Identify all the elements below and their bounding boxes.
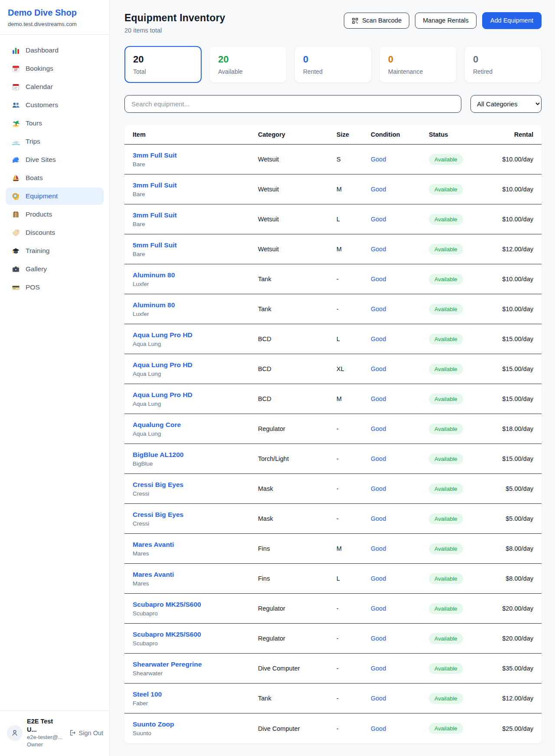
item-name-link[interactable]: Cressi Big Eyes: [133, 511, 258, 519]
table-row[interactable]: Cressi Big EyesCressiMask-GoodAvailable$…: [124, 504, 542, 534]
condition-link[interactable]: Good: [371, 725, 429, 732]
table-row[interactable]: Shearwater PeregrineShearwaterDive Compu…: [124, 654, 542, 684]
sidebar-item-calendar[interactable]: Calendar: [6, 78, 104, 95]
item-name-link[interactable]: Shearwater Peregrine: [133, 661, 258, 668]
condition-link[interactable]: Good: [371, 156, 429, 163]
item-name-link[interactable]: Aqualung Core: [133, 421, 258, 429]
table-row[interactable]: Aqua Lung Pro HDAqua LungBCDXLGoodAvaila…: [124, 354, 542, 384]
calendar-icon: [11, 82, 20, 91]
stat-card-available[interactable]: 20Available: [209, 46, 287, 83]
condition-link[interactable]: Good: [371, 485, 429, 492]
table-row[interactable]: BigBlue AL1200BigBlueTorch/Light-GoodAva…: [124, 444, 542, 474]
scan-barcode-button[interactable]: Scan Barcode: [344, 13, 409, 29]
stats-row: 20Total20Available0Rented0Maintenance0Re…: [124, 46, 542, 83]
condition-link[interactable]: Good: [371, 635, 429, 642]
condition-link[interactable]: Good: [371, 455, 429, 462]
add-equipment-button[interactable]: Add Equipment: [482, 12, 542, 29]
condition-link[interactable]: Good: [371, 365, 429, 372]
item-name-link[interactable]: 3mm Full Suit: [133, 181, 258, 189]
item-name-link[interactable]: Scubapro MK25/S600: [133, 601, 258, 608]
sidebar-item-gallery[interactable]: Gallery: [6, 260, 104, 278]
table-row[interactable]: 3mm Full SuitBareWetsuitLGoodAvailable$1…: [124, 204, 542, 234]
condition-link[interactable]: Good: [371, 515, 429, 522]
table-row[interactable]: Aqualung CoreAqua LungRegulator-GoodAvai…: [124, 414, 542, 444]
category-select[interactable]: All Categories: [470, 95, 542, 113]
table-row[interactable]: Cressi Big EyesCressiMask-GoodAvailable$…: [124, 474, 542, 504]
condition-link[interactable]: Good: [371, 186, 429, 193]
condition-link[interactable]: Good: [371, 395, 429, 402]
item-name-link[interactable]: Cressi Big Eyes: [133, 481, 258, 489]
condition-link[interactable]: Good: [371, 695, 429, 702]
rental-cell: $5.00/day: [478, 485, 533, 492]
sign-out-button[interactable]: Sign Out: [69, 729, 103, 736]
item-name-link[interactable]: Aqua Lung Pro HD: [133, 361, 258, 369]
item-brand: Aqua Lung: [133, 371, 258, 377]
sidebar-item-tours[interactable]: Tours: [6, 115, 104, 132]
condition-link[interactable]: Good: [371, 605, 429, 612]
condition-link[interactable]: Good: [371, 246, 429, 253]
table-row[interactable]: Scubapro MK25/S600ScubaproRegulator-Good…: [124, 594, 542, 624]
item-name-link[interactable]: Aqua Lung Pro HD: [133, 331, 258, 339]
sidebar-item-dive-sites[interactable]: Dive Sites: [6, 151, 104, 168]
stat-card-total[interactable]: 20Total: [124, 46, 202, 83]
sidebar-item-trips[interactable]: Trips: [6, 133, 104, 150]
item-name-link[interactable]: Scubapro MK25/S600: [133, 631, 258, 638]
table-row[interactable]: Steel 100FaberTank-GoodAvailable$12.00/d…: [124, 684, 542, 713]
table-row[interactable]: Scubapro MK25/S600ScubaproRegulator-Good…: [124, 624, 542, 654]
table-row[interactable]: Aluminum 80LuxferTank-GoodAvailable$10.0…: [124, 264, 542, 294]
condition-link[interactable]: Good: [371, 665, 429, 672]
header-actions: Scan Barcode Manage Rentals Add Equipmen…: [344, 12, 542, 29]
table-row[interactable]: Aqua Lung Pro HDAqua LungBCDMGoodAvailab…: [124, 384, 542, 414]
sidebar-item-discounts[interactable]: Discounts: [6, 224, 104, 241]
item-name-link[interactable]: Mares Avanti: [133, 541, 258, 549]
item-brand: Bare: [133, 191, 258, 197]
table-row[interactable]: Aqua Lung Pro HDAqua LungBCDLGoodAvailab…: [124, 324, 542, 354]
stat-card-rented[interactable]: 0Rented: [294, 46, 372, 83]
table-row[interactable]: Aluminum 80LuxferTank-GoodAvailable$10.0…: [124, 294, 542, 324]
condition-link[interactable]: Good: [371, 425, 429, 432]
item-name-link[interactable]: 3mm Full Suit: [133, 211, 258, 219]
size-cell: -: [336, 695, 371, 702]
stat-card-maintenance[interactable]: 0Maintenance: [379, 46, 457, 83]
sidebar-item-bookings[interactable]: 17Bookings: [6, 60, 104, 77]
item-name-link[interactable]: Aluminum 80: [133, 271, 258, 279]
table-row[interactable]: Suunto ZoopSuuntoDive Computer-GoodAvail…: [124, 713, 542, 743]
search-input[interactable]: [124, 95, 461, 113]
table-row[interactable]: 3mm Full SuitBareWetsuitSGoodAvailable$1…: [124, 145, 542, 174]
manage-rentals-button[interactable]: Manage Rentals: [415, 13, 477, 29]
condition-link[interactable]: Good: [371, 545, 429, 552]
item-name-link[interactable]: Mares Avanti: [133, 571, 258, 579]
item-name-link[interactable]: Suunto Zoop: [133, 720, 258, 728]
stat-card-retired[interactable]: 0Retired: [464, 46, 542, 83]
sidebar-item-pos[interactable]: POS: [6, 279, 104, 296]
sidebar-item-label: Discounts: [26, 229, 55, 237]
item-cell: BigBlue AL1200BigBlue: [133, 451, 258, 467]
item-name-link[interactable]: 5mm Full Suit: [133, 241, 258, 249]
table-row[interactable]: 3mm Full SuitBareWetsuitMGoodAvailable$1…: [124, 174, 542, 204]
table-row[interactable]: Mares AvantiMaresFinsLGoodAvailable$8.00…: [124, 564, 542, 594]
sidebar-item-products[interactable]: Products: [6, 206, 104, 223]
sidebar-item-dashboard[interactable]: Dashboard: [6, 42, 104, 59]
sidebar-item-training[interactable]: Training: [6, 242, 104, 260]
table-row[interactable]: 5mm Full SuitBareWetsuitMGoodAvailable$1…: [124, 234, 542, 264]
condition-link[interactable]: Good: [371, 276, 429, 283]
user-role: Owner: [27, 741, 64, 748]
item-name-link[interactable]: 3mm Full Suit: [133, 151, 258, 159]
item-name-link[interactable]: Aqua Lung Pro HD: [133, 391, 258, 399]
brand-title: Demo Dive Shop: [8, 8, 101, 18]
sidebar-item-boats[interactable]: Boats: [6, 169, 104, 187]
table-row[interactable]: Mares AvantiMaresFinsMGoodAvailable$8.00…: [124, 534, 542, 564]
sidebar-item-customers[interactable]: Customers: [6, 96, 104, 114]
condition-link[interactable]: Good: [371, 216, 429, 223]
condition-link[interactable]: Good: [371, 335, 429, 342]
item-name-link[interactable]: Steel 100: [133, 690, 258, 698]
status-badge: Available: [429, 154, 463, 165]
condition-link[interactable]: Good: [371, 306, 429, 312]
sidebar-item-equipment[interactable]: Equipment: [6, 187, 104, 205]
status-badge: Available: [429, 633, 463, 644]
item-name-link[interactable]: BigBlue AL1200: [133, 451, 258, 459]
condition-link[interactable]: Good: [371, 575, 429, 582]
sidebar-item-label: Trips: [26, 138, 40, 145]
status-cell: Available: [429, 723, 478, 734]
item-name-link[interactable]: Aluminum 80: [133, 301, 258, 309]
